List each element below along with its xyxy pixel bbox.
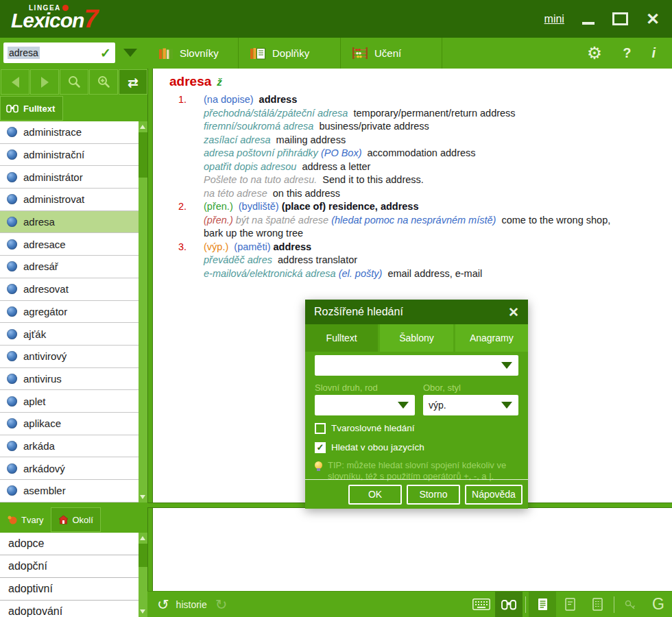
scrollbar-thumb[interactable] xyxy=(139,132,147,178)
key-button[interactable] xyxy=(617,592,645,617)
fulltext-tab[interactable]: Fulltext xyxy=(0,96,63,121)
pos-combobox[interactable] xyxy=(315,395,415,415)
check-icon: ✓ xyxy=(317,442,324,452)
scroll-up-icon[interactable] xyxy=(140,125,145,129)
wordlist-scrollbar[interactable] xyxy=(139,121,147,503)
headword: adresa xyxy=(169,74,211,88)
example-line: přechodná/stálá/zpáteční adresa temporar… xyxy=(161,107,665,121)
history-back-icon[interactable]: ↺ xyxy=(157,596,169,613)
onscreen-keyboard-button[interactable] xyxy=(468,592,495,617)
list-item[interactable]: adoptivní xyxy=(0,578,147,601)
list-item[interactable]: adopční xyxy=(0,555,147,578)
list-item[interactable]: arkádový xyxy=(0,457,147,480)
search-button[interactable] xyxy=(60,69,88,95)
help-button[interactable]: Nápověda xyxy=(465,485,523,505)
magnifier-plus-icon xyxy=(97,75,111,89)
list-item[interactable]: aplikace xyxy=(0,413,147,435)
search-input[interactable]: adresa ✓ xyxy=(3,43,115,63)
minimize-button[interactable] xyxy=(582,22,595,25)
list-item[interactable]: asembler xyxy=(0,480,147,503)
dialog-tab-anagramy[interactable]: Anagramy xyxy=(455,324,528,352)
morphology-checkbox[interactable] xyxy=(315,423,326,434)
dialog-body: Slovní druh, rod Obor, styl výp. Tvarosl… xyxy=(305,352,528,482)
cancel-button[interactable]: Storno xyxy=(407,485,460,505)
example-line: převáděč adres address translator xyxy=(161,254,665,267)
keyboard-icon xyxy=(472,598,490,610)
mini-mode-button[interactable]: mini xyxy=(544,13,564,25)
search-term-combobox[interactable] xyxy=(315,355,518,376)
scroll-down-icon[interactable] xyxy=(140,609,145,614)
full-entry-view-button[interactable] xyxy=(529,592,556,617)
list-item[interactable]: adresace xyxy=(0,233,147,256)
history-forward-icon[interactable]: ↻ xyxy=(215,596,228,613)
morphology-checkbox-label: Tvaroslovné hledání xyxy=(331,423,415,433)
google-search-button[interactable]: G xyxy=(645,592,672,617)
word-label: administrace xyxy=(23,126,82,138)
fulltext-search-button[interactable] xyxy=(89,69,118,95)
list-item[interactable]: administrátor xyxy=(0,166,147,189)
both-languages-checkbox[interactable]: ✓ xyxy=(315,442,326,453)
back-button[interactable] xyxy=(1,69,29,95)
tab-tvary[interactable]: Tvary xyxy=(0,507,51,532)
vertical-splitter[interactable] xyxy=(147,69,153,617)
list-item[interactable]: adoptování xyxy=(0,601,147,617)
globe-icon xyxy=(7,217,17,227)
sidebar-toolbar: ⇄ xyxy=(0,69,147,96)
list-item[interactable]: adresovat xyxy=(0,278,147,301)
close-button[interactable]: ✕ xyxy=(646,11,660,27)
list-item[interactable]: antivirový xyxy=(0,346,147,368)
search-area: adresa ✓ xyxy=(0,38,148,69)
related-scrollbar[interactable] xyxy=(139,533,147,617)
list-item[interactable]: administrace xyxy=(0,121,147,144)
word-label: adresace xyxy=(23,239,66,250)
compact-entry-view-button[interactable] xyxy=(584,592,611,617)
short-entry-view-button[interactable] xyxy=(556,592,584,617)
ok-button[interactable]: OK xyxy=(348,485,402,505)
settings-gear-icon[interactable]: ⚙ xyxy=(587,43,602,63)
tab-doplnky[interactable]: Doplňky xyxy=(239,38,341,69)
search-dropdown-arrow[interactable] xyxy=(123,49,137,57)
swap-languages-button[interactable]: ⇄ xyxy=(119,69,147,95)
scroll-up-icon[interactable] xyxy=(140,536,145,540)
scroll-down-icon[interactable] xyxy=(140,495,145,499)
word-label: adresa xyxy=(23,216,55,228)
list-item[interactable]: administrovat xyxy=(0,189,147,211)
list-item[interactable]: arkáda xyxy=(0,435,147,458)
example-line: na této adrese on this address xyxy=(161,187,665,201)
info-icon[interactable]: i xyxy=(651,45,656,61)
pos-label: Slovní druh, rod xyxy=(315,383,378,393)
list-item[interactable]: administrační xyxy=(0,144,147,167)
dialog-tab-sablony[interactable]: Šablony xyxy=(380,324,453,352)
list-item[interactable]: adresář xyxy=(0,256,147,278)
search-ok-icon[interactable]: ✓ xyxy=(100,45,111,61)
gender-label: ž xyxy=(217,76,222,88)
combo-value: výp. xyxy=(423,400,446,411)
dialog-tab-fulltext[interactable]: Fulltext xyxy=(305,324,378,352)
globe-icon xyxy=(7,441,17,451)
list-item[interactable]: adopce xyxy=(0,533,147,555)
list-item[interactable]: agregátor xyxy=(0,301,147,324)
scrollbar-thumb[interactable] xyxy=(139,544,147,567)
help-icon[interactable]: ? xyxy=(623,45,631,61)
tab-okoli[interactable]: Okolí xyxy=(51,507,101,532)
domain-combobox[interactable]: výp. xyxy=(423,395,518,415)
list-item[interactable]: aplet xyxy=(0,390,147,413)
word-list: administrace administrační administrátor… xyxy=(0,121,147,503)
dialog-close-icon[interactable]: ✕ xyxy=(508,304,519,320)
globe-icon xyxy=(7,351,17,361)
list-item[interactable]: antivirus xyxy=(0,368,147,391)
list-item-selected[interactable]: adresa xyxy=(0,211,147,234)
combo-value xyxy=(315,360,320,371)
dialog-tabs: Fulltext Šablony Anagramy xyxy=(305,324,528,352)
example-line: e-mailová/elektronická adresa (el. pošty… xyxy=(161,267,665,281)
list-item[interactable]: ajťák xyxy=(0,323,147,346)
dialog-title-bar: Rozšířené hledání ✕ xyxy=(305,300,528,324)
forward-button[interactable] xyxy=(30,69,59,95)
chevron-down-icon xyxy=(398,402,409,409)
maximize-button[interactable] xyxy=(612,12,628,25)
advanced-search-button[interactable] xyxy=(495,592,523,617)
magnifier-icon xyxy=(67,75,82,89)
tab-slovniky[interactable]: Slovníky xyxy=(147,38,239,69)
tab-label: Učení xyxy=(374,47,401,59)
tab-uceni[interactable]: Učení xyxy=(341,38,442,69)
